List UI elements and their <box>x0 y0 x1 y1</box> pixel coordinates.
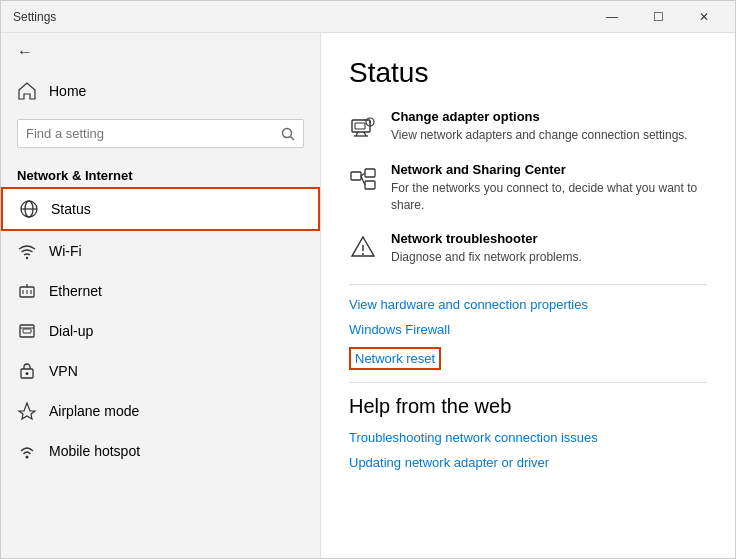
window-controls: — ☐ ✕ <box>589 1 727 33</box>
hotspot-label: Mobile hotspot <box>49 443 140 459</box>
svg-rect-26 <box>365 169 375 177</box>
settings-item-troubleshooter: Network troubleshooter Diagnose and fix … <box>349 231 707 266</box>
sidebar-item-airplane[interactable]: Airplane mode <box>1 391 320 431</box>
search-input[interactable] <box>18 120 273 147</box>
svg-rect-11 <box>20 325 34 337</box>
wifi-icon <box>17 241 37 261</box>
vpn-label: VPN <box>49 363 78 379</box>
sidebar-item-status[interactable]: Status <box>1 187 320 231</box>
dialup-icon <box>17 321 37 341</box>
svg-point-15 <box>26 372 29 375</box>
svg-line-1 <box>291 136 295 140</box>
dialup-label: Dial-up <box>49 323 93 339</box>
sidebar-item-vpn[interactable]: VPN <box>1 351 320 391</box>
vpn-icon <box>17 361 37 381</box>
sharing-desc: For the networks you connect to, decide … <box>391 180 707 214</box>
maximize-button[interactable]: ☐ <box>635 1 681 33</box>
wifi-label: Wi-Fi <box>49 243 82 259</box>
troubleshoot-connection-link[interactable]: Troubleshooting network connection issue… <box>349 430 707 445</box>
adapter-desc: View network adapters and change connect… <box>391 127 688 144</box>
back-button[interactable]: ← <box>1 33 320 71</box>
back-arrow-icon: ← <box>17 43 33 61</box>
minimize-button[interactable]: — <box>589 1 635 33</box>
title-bar: Settings — ☐ ✕ <box>1 1 735 33</box>
svg-point-0 <box>283 128 292 137</box>
window-title: Settings <box>13 10 56 24</box>
search-icon <box>281 127 295 141</box>
content-area: ← Home <box>1 33 735 558</box>
help-section-title: Help from the web <box>349 395 707 418</box>
sidebar-section-title: Network & Internet <box>1 160 320 187</box>
search-box <box>17 119 304 148</box>
sidebar: ← Home <box>1 33 321 558</box>
adapter-icon <box>349 111 377 139</box>
svg-line-29 <box>361 176 365 185</box>
svg-rect-27 <box>365 181 375 189</box>
svg-point-5 <box>26 257 28 259</box>
main-panel: Status Change adapter <box>321 33 735 558</box>
troubleshooter-title: Network troubleshooter <box>391 231 582 246</box>
update-adapter-link[interactable]: Updating network adapter or driver <box>349 455 707 470</box>
page-title: Status <box>349 57 707 89</box>
svg-rect-25 <box>351 172 361 180</box>
status-icon <box>19 199 39 219</box>
hotspot-icon <box>17 441 37 461</box>
sharing-content: Network and Sharing Center For the netwo… <box>391 162 707 214</box>
adapter-content: Change adapter options View network adap… <box>391 109 688 144</box>
troubleshooter-desc: Diagnose and fix network problems. <box>391 249 582 266</box>
svg-point-31 <box>362 253 364 255</box>
settings-item-sharing: Network and Sharing Center For the netwo… <box>349 162 707 214</box>
sharing-icon <box>349 164 377 192</box>
status-label: Status <box>51 201 91 217</box>
troubleshooter-content: Network troubleshooter Diagnose and fix … <box>391 231 582 266</box>
windows-firewall-link[interactable]: Windows Firewall <box>349 322 707 337</box>
troubleshooter-icon <box>349 233 377 261</box>
sidebar-item-dialup[interactable]: Dial-up <box>1 311 320 351</box>
home-label: Home <box>49 83 86 99</box>
search-button[interactable] <box>273 121 303 147</box>
settings-window: Settings — ☐ ✕ ← Home <box>0 0 736 559</box>
sidebar-item-hotspot[interactable]: Mobile hotspot <box>1 431 320 471</box>
adapter-title: Change adapter options <box>391 109 688 124</box>
airplane-icon <box>17 401 37 421</box>
network-reset-link[interactable]: Network reset <box>349 347 707 370</box>
divider-2 <box>349 382 707 383</box>
network-reset-box: Network reset <box>349 347 441 370</box>
hardware-properties-link[interactable]: View hardware and connection properties <box>349 297 707 312</box>
close-button[interactable]: ✕ <box>681 1 727 33</box>
ethernet-icon <box>17 281 37 301</box>
sidebar-item-home[interactable]: Home <box>1 71 320 111</box>
sidebar-item-ethernet[interactable]: Ethernet <box>1 271 320 311</box>
divider-1 <box>349 284 707 285</box>
settings-item-adapter: Change adapter options View network adap… <box>349 109 707 144</box>
sharing-title: Network and Sharing Center <box>391 162 707 177</box>
ethernet-label: Ethernet <box>49 283 102 299</box>
home-icon <box>17 81 37 101</box>
svg-rect-12 <box>23 329 31 333</box>
svg-point-16 <box>26 456 29 459</box>
sidebar-item-wifi[interactable]: Wi-Fi <box>1 231 320 271</box>
airplane-label: Airplane mode <box>49 403 139 419</box>
svg-rect-21 <box>355 123 365 129</box>
